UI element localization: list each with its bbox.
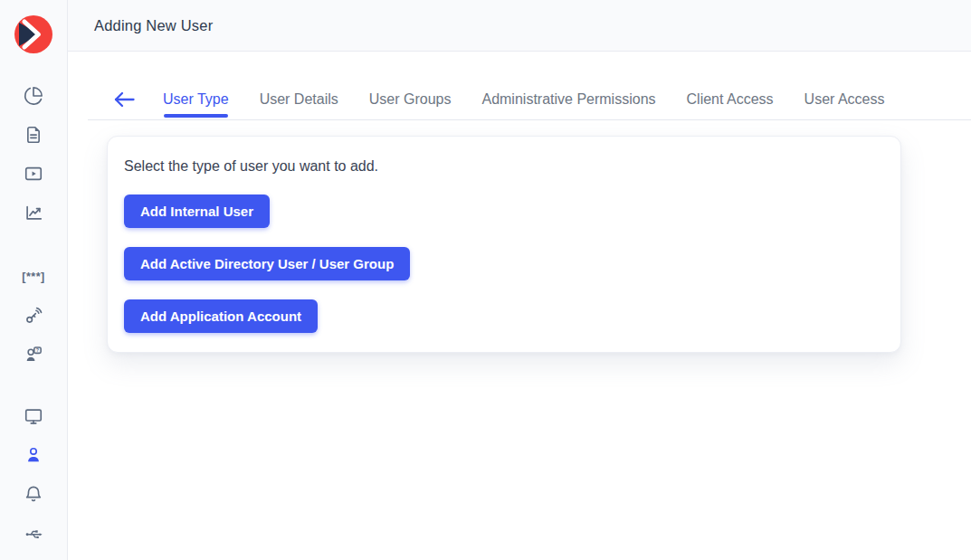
sidebar-item-trend-chart[interactable]	[18, 203, 49, 223]
page-title: Adding New User	[94, 17, 213, 34]
back-arrow-icon	[113, 91, 136, 108]
monitor-icon	[24, 406, 43, 426]
app-root: { "header": { "title": "Adding New User"…	[0, 0, 971, 560]
sidebar-item-key-signal[interactable]	[18, 306, 49, 326]
user-type-card: Select the type of user you want to add.…	[107, 136, 901, 353]
logo-icon	[14, 15, 52, 53]
add-internal-user-button[interactable]: Add Internal User	[124, 195, 270, 228]
usb-icon	[24, 524, 43, 543]
back-button[interactable]	[113, 91, 136, 108]
sidebar-item-video[interactable]	[18, 164, 49, 184]
key-signal-icon	[24, 306, 43, 326]
add-active-directory-user-button[interactable]: Add Active Directory User / User Group	[124, 247, 410, 280]
video-icon	[24, 164, 43, 184]
sidebar-item-user-question[interactable]: ?	[18, 345, 49, 365]
sidebar-item-users[interactable]	[18, 445, 49, 465]
wizard-tabbar: User Type User Details User Groups Admin…	[88, 52, 971, 120]
page-header: Adding New User	[68, 0, 971, 52]
app-logo[interactable]	[14, 15, 52, 53]
user-type-prompt: Select the type of user you want to add.	[124, 158, 884, 175]
wizard-tabs: User Type User Details User Groups Admin…	[163, 90, 885, 109]
sidebar-item-monitor[interactable]	[18, 406, 49, 426]
tab-user-type[interactable]: User Type	[163, 90, 229, 109]
tab-administrative-permissions[interactable]: Administrative Permissions	[481, 90, 655, 109]
trend-chart-icon	[24, 203, 43, 223]
sidebar-item-document[interactable]	[18, 125, 49, 145]
sidebar-item-passwords[interactable]: [***]	[18, 267, 49, 287]
tab-user-access[interactable]: User Access	[804, 90, 885, 109]
bell-icon	[24, 484, 43, 504]
user-icon	[24, 445, 43, 465]
tab-user-details[interactable]: User Details	[260, 90, 338, 109]
user-question-icon: ?	[24, 345, 43, 365]
add-application-account-button[interactable]: Add Application Account	[124, 299, 318, 333]
svg-text:?: ?	[36, 347, 39, 353]
sidebar: [***] ?	[0, 0, 68, 560]
sidebar-item-usb[interactable]	[18, 523, 49, 543]
sidebar-item-pie-chart[interactable]	[18, 86, 49, 106]
sidebar-icon-list: [***] ?	[18, 86, 49, 543]
tab-client-access[interactable]: Client Access	[687, 90, 774, 109]
document-icon	[24, 125, 43, 145]
password-brackets-icon: [***]	[22, 271, 44, 283]
pie-chart-icon	[24, 86, 43, 106]
sidebar-item-notifications[interactable]	[18, 484, 49, 504]
user-type-buttons: Add Internal User Add Active Directory U…	[124, 195, 884, 333]
tab-user-groups[interactable]: User Groups	[369, 90, 452, 109]
